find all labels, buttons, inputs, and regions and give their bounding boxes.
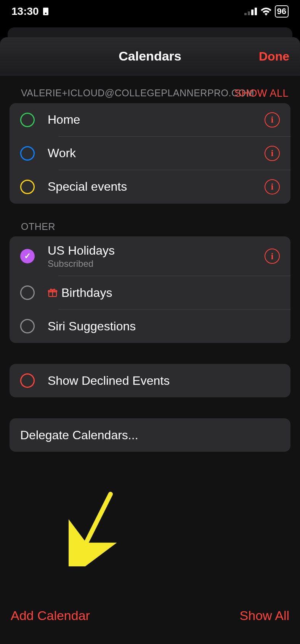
calendar-row-home[interactable]: Home i [10, 103, 290, 137]
calendar-title: US Holidays [48, 244, 265, 258]
svg-rect-3 [248, 11, 250, 15]
checkbox-us-holidays[interactable]: ✓ [20, 249, 35, 263]
row-text: Delegate Calendars... [20, 428, 280, 442]
cellular-signal-icon [244, 8, 257, 15]
declined-events-group: Show Declined Events [10, 364, 290, 397]
account-label: VALERIE+ICLOUD@COLLEGEPLANNERPRO.COM [21, 87, 212, 99]
calendar-title: Siri Suggestions [48, 319, 280, 333]
status-time: 13:30 [11, 5, 39, 18]
section-header-other: OTHER [0, 204, 300, 237]
show-all-button[interactable]: Show All [240, 608, 289, 623]
calendar-title: Birthdays [48, 286, 280, 300]
row-text: US Holidays Subscribed [48, 244, 265, 269]
checkbox-birthdays[interactable] [20, 285, 35, 300]
calendar-subtitle: Subscribed [48, 258, 265, 269]
svg-rect-5 [255, 8, 257, 15]
calendar-row-birthdays[interactable]: Birthdays [10, 276, 290, 309]
delegate-label: Delegate Calendars... [20, 428, 280, 442]
battery-indicator: 96 [275, 5, 289, 18]
status-left: 13:30 [11, 5, 50, 18]
calendar-title: Work [48, 146, 265, 160]
sheet-header: Calendars Done [0, 37, 300, 75]
calendar-row-us-holidays[interactable]: ✓ US Holidays Subscribed i [10, 236, 290, 276]
checkbox-home[interactable] [20, 113, 35, 127]
info-icon[interactable]: i [265, 249, 280, 264]
row-text: Special events [48, 180, 265, 194]
calendar-title-text: Birthdays [61, 286, 112, 300]
calendar-row-special-events[interactable]: Special events i [10, 170, 290, 204]
svg-rect-2 [244, 13, 247, 15]
svg-point-1 [45, 13, 47, 14]
calendar-title: Home [48, 113, 265, 127]
status-bar: 13:30 96 [0, 0, 300, 23]
calendar-row-work[interactable]: Work i [10, 137, 290, 170]
delegate-calendars-row[interactable]: Delegate Calendars... [10, 418, 290, 452]
wifi-icon [260, 7, 272, 16]
row-text: Show Declined Events [48, 374, 280, 388]
row-text: Work [48, 146, 265, 160]
svg-rect-4 [251, 10, 253, 15]
calendar-row-siri-suggestions[interactable]: Siri Suggestions [10, 309, 290, 343]
section-header-account: VALERIE+ICLOUD@COLLEGEPLANNERPRO.COM SHO… [0, 75, 300, 103]
add-calendar-button[interactable]: Add Calendar [11, 608, 90, 623]
show-declined-events-row[interactable]: Show Declined Events [10, 364, 290, 397]
row-text: Birthdays [48, 286, 280, 300]
info-icon[interactable]: i [265, 146, 280, 161]
show-all-account-button[interactable]: SHOW ALL [234, 88, 289, 99]
delegate-group: Delegate Calendars... [10, 418, 290, 452]
sheet-title: Calendars [119, 49, 181, 64]
declined-label: Show Declined Events [48, 374, 280, 388]
info-icon[interactable]: i [265, 179, 280, 194]
calendar-title: Special events [48, 180, 265, 194]
footer-toolbar: Add Calendar Show All [0, 598, 300, 644]
row-text: Siri Suggestions [48, 319, 280, 333]
battery-percent: 96 [277, 6, 286, 16]
calendar-group-account: Home i Work i Special events i [10, 103, 290, 204]
sheet-content: VALERIE+ICLOUD@COLLEGEPLANNERPRO.COM SHO… [0, 75, 300, 644]
check-icon: ✓ [24, 251, 31, 261]
calendars-sheet: Calendars Done VALERIE+ICLOUD@COLLEGEPLA… [0, 37, 300, 644]
checkbox-declined[interactable] [20, 373, 35, 388]
calendar-group-other: ✓ US Holidays Subscribed i [10, 236, 290, 343]
checkbox-special-events[interactable] [20, 180, 35, 194]
portrait-lock-icon [42, 7, 50, 16]
info-icon[interactable]: i [265, 112, 280, 128]
other-label: OTHER [21, 220, 55, 233]
done-button[interactable]: Done [259, 49, 289, 63]
status-right: 96 [244, 5, 289, 18]
gift-icon [48, 288, 58, 298]
checkbox-siri[interactable] [20, 319, 35, 333]
checkbox-work[interactable] [20, 146, 35, 161]
row-text: Home [48, 113, 265, 127]
